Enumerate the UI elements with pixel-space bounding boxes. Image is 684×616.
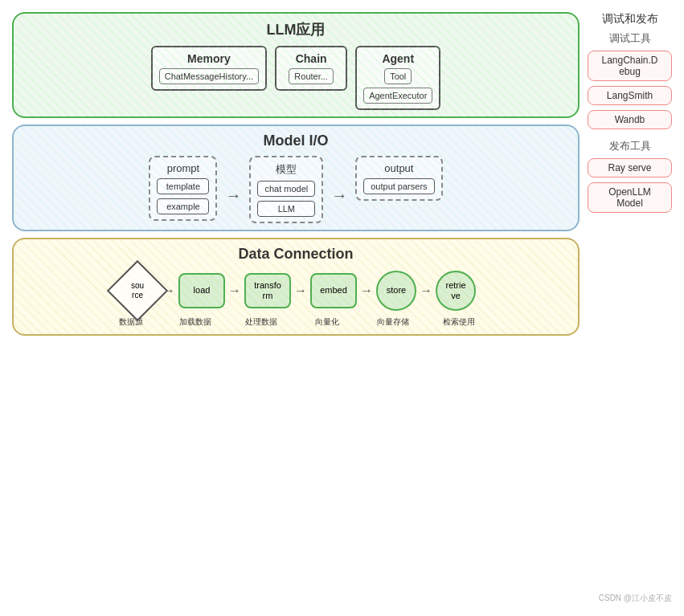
sidebar-debug-label: 调试工具	[609, 31, 651, 46]
dc-node-load: load	[178, 273, 225, 308]
memory-title: Memory	[187, 52, 231, 65]
dc-rounded-transform: transform	[244, 273, 291, 308]
llm-title: LLM应用	[23, 20, 568, 39]
output-title: output	[384, 162, 413, 174]
llm-inner: Memory ChatMessageHistory... Chain Route…	[23, 46, 568, 110]
dc-node-retrieve: retrieve	[436, 271, 476, 311]
agent-box: Agent Tool AgentExecutor	[355, 46, 440, 110]
dc-node-embed: embed	[310, 273, 357, 308]
memory-sub: ChatMessageHistory...	[159, 68, 259, 84]
agent-title: Agent	[382, 52, 414, 65]
dc-label-source: 数据源	[109, 316, 153, 328]
agent-sub2: AgentExecutor	[363, 88, 432, 104]
dc-node-store: store	[376, 271, 416, 311]
dc-node-source: source	[116, 269, 159, 312]
chain-title: Chain	[296, 52, 327, 65]
dc-label-retrieve: 检索使用	[436, 316, 482, 328]
dc-arrow3: →	[294, 284, 307, 298]
prompt-item2: example	[157, 198, 209, 214]
sidebar-item-rayserve[interactable]: Ray serve	[588, 158, 672, 177]
dc-label-store: 向量存储	[370, 316, 416, 328]
sidebar: 调试和发布 调试工具 LangChain.Debug LangSmith Wan…	[584, 8, 676, 608]
sidebar-item-openllm[interactable]: OpenLLMModel	[588, 182, 672, 213]
model-item2: LLM	[257, 201, 315, 217]
sidebar-item-wandb[interactable]: Wandb	[588, 110, 672, 129]
dc-flow: source → load → transform → embed → stor…	[23, 269, 568, 312]
dc-arrow5: →	[420, 284, 432, 298]
chain-sub: Router...	[289, 68, 334, 84]
dc-label-embed: 向量化	[304, 316, 350, 328]
dataconn-title: Data Connection	[23, 246, 568, 263]
arrow2: →	[331, 186, 347, 205]
prompt-item1: template	[157, 178, 209, 194]
arrow1: →	[225, 186, 241, 205]
dc-circle-retrieve: retrieve	[436, 271, 476, 311]
chain-box: Chain Router...	[275, 46, 347, 91]
dc-rounded-load: load	[178, 273, 225, 308]
sidebar-publish-label: 发布工具	[609, 139, 651, 153]
dc-arrow2: →	[228, 284, 241, 298]
dc-labels: 数据源 加载数据 处理数据 向量化 向量存储 检索使用	[23, 314, 568, 328]
dc-node-transform: transform	[244, 273, 291, 308]
dc-label-transform: 处理数据	[238, 316, 285, 328]
sidebar-item-langchaindebug[interactable]: LangChain.Debug	[588, 51, 672, 81]
llm-section: LLM应用 Memory ChatMessageHistory... Chain…	[12, 12, 580, 118]
memory-box: Memory ChatMessageHistory...	[151, 46, 267, 91]
sidebar-header: 调试和发布	[602, 12, 658, 27]
modelio-title: Model I/O	[23, 133, 568, 149]
watermark: CSDN @江小皮不皮	[588, 585, 672, 604]
dc-arrow4: →	[360, 284, 373, 298]
prompt-title: prompt	[167, 162, 199, 174]
output-item1: output parsers	[363, 178, 434, 194]
dc-diamond-source: source	[107, 260, 168, 321]
model-item1: chat model	[257, 181, 315, 197]
model-title: 模型	[276, 162, 297, 177]
dc-rounded-embed: embed	[310, 273, 357, 308]
output-group: output output parsers	[355, 156, 442, 201]
dataconn-section: Data Connection source → load → transfor…	[12, 238, 580, 336]
prompt-group: prompt template example	[149, 156, 217, 221]
modelio-section: Model I/O prompt template example → 模型 c…	[12, 124, 580, 231]
model-group: 模型 chat model LLM	[249, 156, 323, 223]
modelio-inner: prompt template example → 模型 chat model …	[23, 156, 568, 223]
dc-circle-store: store	[376, 271, 416, 311]
dc-label-load: 加载数据	[172, 316, 219, 328]
sidebar-item-langsmith[interactable]: LangSmith	[588, 86, 672, 105]
agent-sub1: Tool	[384, 68, 412, 84]
